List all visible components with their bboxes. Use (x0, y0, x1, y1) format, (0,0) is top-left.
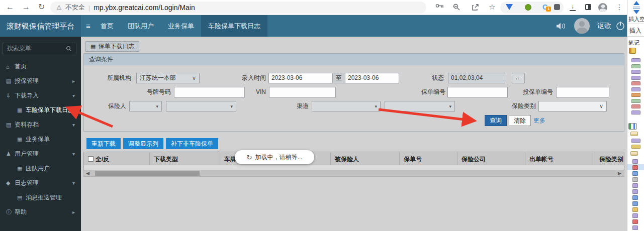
page-row[interactable] (627, 176, 644, 182)
nav-tab-business-policy[interactable]: 业务保单 (161, 15, 201, 37)
page-row[interactable] (627, 164, 644, 170)
section-tab-icon[interactable] (631, 110, 640, 114)
scroll-right-icon[interactable]: ▶ (618, 171, 621, 176)
browser-menu-icon[interactable]: ⋮ (616, 2, 623, 12)
extension-c-icon[interactable]: C 1 (542, 3, 549, 10)
side-panel-icon[interactable] (585, 4, 591, 10)
reload-icon[interactable]: ↻ (38, 2, 45, 12)
section-tab-icon[interactable] (631, 76, 640, 80)
proposal-no-input[interactable] (556, 87, 609, 97)
extension-green-icon[interactable] (525, 4, 531, 11)
sidebar-item-download-import[interactable]: ⇓ 下载导入 ▾ (0, 88, 81, 103)
section-tab-icon[interactable] (631, 64, 640, 68)
user-avatar[interactable] (574, 18, 590, 34)
page-icon (632, 207, 638, 212)
extension-v-icon[interactable] (506, 4, 513, 10)
sidebar-item-team-users[interactable]: ▦ 团队用户 (0, 161, 81, 176)
date-from-input[interactable]: 2023-03-06 (268, 73, 333, 83)
channel-select-2[interactable]: ▾ (385, 101, 455, 111)
section-tab-icon[interactable] (631, 81, 640, 85)
sidebar-item-message-push-mgmt[interactable]: ▤ 消息推送管理 (0, 190, 81, 205)
sidebar-search-input[interactable]: 搜索菜单 (3, 43, 76, 54)
vin-input[interactable] (269, 87, 336, 97)
section-tab-icon[interactable] (631, 139, 640, 143)
date-to-input[interactable]: 2023-03-06 (345, 73, 399, 83)
sidebar-item-car-policy-download-log[interactable]: ▦ 车险保单下载日志 (0, 103, 81, 118)
notebook-icon[interactable] (629, 48, 636, 54)
channel-select-1[interactable]: ▾ (312, 101, 381, 111)
nav-tab-download-log[interactable]: 车险保单下载日志 (201, 15, 267, 37)
status-input[interactable]: 01,02,03,04 (448, 73, 505, 83)
open-notebook-icon[interactable] (628, 123, 637, 130)
sidebar-item-insure-mgmt[interactable]: ▤ 投保管理 ▸ (0, 74, 81, 88)
downloads-icon[interactable]: ↓ (570, 4, 576, 11)
insurer-select-2[interactable]: ▾ (166, 101, 236, 111)
back-icon[interactable]: ← (6, 2, 14, 12)
adjust-columns-button[interactable]: 调整显示列 (123, 138, 163, 149)
page-row[interactable] (627, 188, 644, 194)
scrollbar-thumb[interactable] (95, 171, 200, 176)
clear-button[interactable]: 清除 (509, 115, 531, 126)
query-button[interactable]: 查询 (485, 115, 507, 126)
scroll-left-icon[interactable]: ◀ (86, 171, 89, 176)
sidebar-item-log-mgmt[interactable]: ◆ 日志管理 ▾ (0, 176, 81, 190)
url-text[interactable]: mp.ybx.greatcai.com/Login/Main (94, 4, 195, 12)
password-key-icon[interactable] (435, 4, 444, 8)
section-tab-icon[interactable] (631, 99, 640, 103)
section-tab-icon[interactable] (631, 87, 640, 91)
page-row[interactable] (627, 170, 644, 176)
profile-avatar[interactable] (598, 3, 607, 12)
section-group-icon[interactable] (630, 151, 638, 156)
column-issue-account: 出单帐号 (525, 152, 595, 165)
select-all-checkbox[interactable] (88, 156, 94, 162)
share-icon[interactable] (472, 4, 479, 11)
ins-type-select[interactable]: ∨ (538, 101, 607, 111)
sidebar-item-business-policy[interactable]: ▦ 业务保单 (0, 132, 81, 147)
horizontal-scrollbar[interactable]: ◀ ▶ (83, 170, 624, 177)
query-panel-title: 查询条件 (84, 54, 624, 65)
nav-tab-home[interactable]: 首页 (94, 15, 121, 37)
bookmark-star-icon[interactable]: ☆ (489, 2, 495, 12)
sidebar-item-data-archive[interactable]: ▤ 资料存档 ▾ (0, 118, 81, 132)
username-label[interactable]: 讴歌 (597, 15, 611, 37)
section-tab-icon[interactable] (631, 58, 640, 62)
status-more-button[interactable]: ... (512, 73, 525, 83)
forward-icon[interactable]: → (22, 2, 30, 12)
speaker-icon[interactable] (556, 22, 566, 30)
org-select[interactable]: 江苏统一本部 ∨ (136, 73, 200, 83)
nav-tab-team-users[interactable]: 团队用户 (121, 15, 161, 37)
page-row[interactable] (627, 206, 644, 212)
page-row[interactable] (627, 218, 644, 224)
page-tab-download-log[interactable]: ▦ 保单下载日志 (85, 41, 139, 52)
supplement-nonauto-button[interactable]: 补下非车险保单 (166, 138, 218, 149)
redownload-button[interactable]: 重新下载 (86, 138, 121, 149)
page-row[interactable] (627, 200, 644, 206)
page-row[interactable] (627, 212, 644, 218)
chevron-right-icon: ▸ (72, 209, 75, 215)
zoom-out-icon[interactable] (453, 4, 460, 11)
insert-space-icon[interactable] (631, 1, 641, 14)
page-row[interactable] (627, 224, 644, 230)
sidebar-item-user-mgmt[interactable]: ♟ 用户管理 ▾ (0, 147, 81, 161)
ribbon-tab-insert[interactable]: 插入 (629, 27, 641, 35)
policy-no-input[interactable] (447, 87, 508, 97)
section-tab-icon[interactable] (631, 70, 640, 74)
search-icon[interactable] (66, 46, 72, 52)
extensions-puzzle-icon[interactable] (554, 4, 560, 10)
hamburger-icon[interactable]: ≡ (82, 15, 95, 37)
page-row[interactable] (627, 182, 644, 188)
page-row[interactable] (627, 158, 644, 164)
insurer-select-1[interactable]: ▾ (129, 101, 162, 111)
page-row[interactable] (627, 194, 644, 200)
sidebar-item-home[interactable]: ⌂ 首页 (0, 59, 81, 74)
plate-input[interactable] (174, 87, 245, 97)
section-tab-icon[interactable] (631, 93, 640, 97)
more-link[interactable]: 更多 (533, 117, 545, 125)
section-group-icon[interactable] (630, 132, 638, 136)
section-tab-icon[interactable] (631, 104, 640, 108)
address-bar[interactable]: ⚠ 不安全 | mp.ybx.greatcai.com/Login/Main (50, 2, 426, 14)
logout-power-icon[interactable] (615, 21, 625, 31)
section-tab-icon[interactable] (631, 145, 640, 149)
sidebar-item-help[interactable]: ⓘ 帮助 ▸ (0, 205, 81, 219)
security-label[interactable]: 不安全 (65, 3, 85, 12)
